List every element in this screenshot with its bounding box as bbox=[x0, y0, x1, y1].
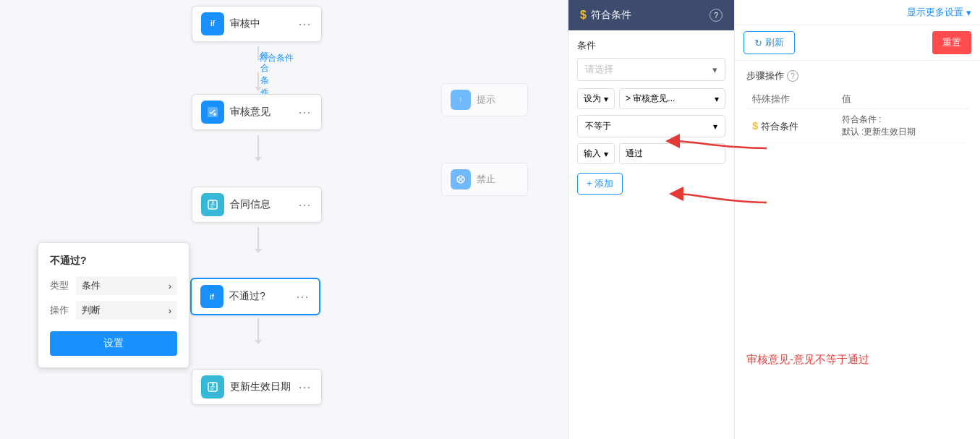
canvas-area: if 审核中 ⋯ 符合条件 审核意见 ⋯ bbox=[0, 0, 568, 439]
popup-title: 不通过? bbox=[50, 255, 177, 268]
node-menu-yijian[interactable]: ⋯ bbox=[297, 104, 312, 120]
info-panel-top: 显示更多设置 ▾ bbox=[735, 0, 980, 25]
popup-action-row: 操作 判断 › bbox=[50, 301, 177, 320]
table-header-op: 特殊操作 bbox=[746, 90, 836, 109]
conditions-header-title: $ 符合条件 bbox=[580, 9, 631, 22]
table-value-line2: 默认 :更新生效日期 bbox=[842, 126, 963, 138]
node-butonguo[interactable]: if 不通过? ⋯ bbox=[190, 278, 320, 315]
node-icon-if: if bbox=[201, 12, 224, 35]
row1-left-select[interactable]: 设为 ▾ bbox=[577, 88, 615, 109]
reset-btn[interactable]: 重置 bbox=[932, 31, 971, 54]
table-cell-operation: $ 符合条件 bbox=[746, 109, 836, 143]
condition-row-1: 设为 ▾ > 审核意见... ▾ bbox=[577, 88, 725, 109]
node-menu-shenhezhong[interactable]: ⋯ bbox=[297, 16, 312, 32]
step-badge: $ bbox=[752, 119, 758, 132]
node-title-shenhezhong: 审核中 bbox=[230, 17, 297, 30]
table-header-val: 值 bbox=[836, 90, 968, 109]
row3-right-text: 通过 bbox=[626, 148, 643, 160]
table-row: $ 符合条件 符合条件 : 默认 :更新生效日期 bbox=[746, 109, 968, 143]
node-menu-hetong[interactable]: ⋯ bbox=[297, 197, 312, 213]
hint-icon-jingzhi bbox=[451, 169, 471, 189]
chevron-down-icon3: ▾ bbox=[715, 94, 719, 104]
node-menu-butonguo[interactable]: ⋯ bbox=[294, 289, 310, 304]
node-title-gengxin: 更新生效日期 bbox=[230, 380, 297, 393]
refresh-label: 刷新 bbox=[765, 36, 784, 49]
node-icon-edit bbox=[201, 101, 224, 124]
node-icon-hetong bbox=[201, 193, 224, 216]
node-title-yijian: 审核意见 bbox=[230, 106, 297, 119]
row2-value: 不等于 bbox=[585, 120, 611, 132]
table-cell-value: 符合条件 : 默认 :更新生效日期 bbox=[836, 109, 968, 143]
refresh-icon: ↻ bbox=[754, 38, 762, 48]
chevron-right-icon: › bbox=[169, 281, 171, 291]
condition-placeholder-select[interactable]: 请选择 ▾ bbox=[577, 58, 725, 81]
chevron-right-icon2: › bbox=[169, 305, 171, 316]
hint-label-tishi: 提示 bbox=[477, 93, 495, 106]
show-more-text: 显示更多设置 bbox=[907, 6, 963, 19]
node-icon-butonguo: if bbox=[200, 285, 223, 308]
steps-title: 步骤操作 ? bbox=[746, 69, 968, 82]
hint-node-jingzhi: 禁止 bbox=[441, 163, 528, 196]
steps-help-icon[interactable]: ? bbox=[787, 70, 798, 82]
node-gengxin[interactable]: 更新生效日期 ⋯ bbox=[192, 369, 322, 405]
node-shenhezhong[interactable]: if 审核中 ⋯ bbox=[192, 6, 322, 42]
node-icon-gengxin bbox=[201, 375, 224, 398]
chevron-down-icon4: ▾ bbox=[713, 122, 717, 132]
annotation-text: 审核意见-意见不等于通过 bbox=[746, 353, 869, 367]
popup-action-label: 操作 bbox=[50, 304, 76, 317]
steps-title-text: 步骤操作 bbox=[746, 69, 784, 82]
row1-right-value[interactable]: > 审核意见... ▾ bbox=[619, 88, 725, 109]
steps-table: 特殊操作 值 $ 符合条件 符合条件 : 默认 :更新生效日期 bbox=[746, 90, 968, 143]
row3-right-value[interactable]: 通过 bbox=[619, 143, 725, 164]
popup-type-label: 类型 bbox=[50, 279, 76, 292]
refresh-btn[interactable]: ↻ 刷新 bbox=[743, 31, 795, 54]
steps-section: 步骤操作 ? 特殊操作 值 $ 符合条件 符合条件 : 默认 :更 bbox=[735, 61, 980, 152]
row3-left-label: 输入 bbox=[584, 148, 601, 160]
chevron-down-icon6: ▾ bbox=[966, 7, 971, 18]
popup-type-value[interactable]: 条件 › bbox=[76, 276, 177, 295]
row1-right-text: > 审核意见... bbox=[626, 93, 675, 105]
node-title-hetong: 合同信息 bbox=[230, 198, 297, 211]
chevron-down-icon5: ▾ bbox=[604, 149, 608, 159]
step-op-label: 符合条件 bbox=[761, 121, 798, 132]
info-panel: 显示更多设置 ▾ ↻ 刷新 重置 步骤操作 ? 特殊操作 值 bbox=[734, 0, 980, 439]
condition-link-label: 符合条件 bbox=[259, 52, 294, 64]
row1-left-label: 设为 bbox=[584, 93, 601, 105]
row3-left-select[interactable]: 输入 ▾ bbox=[577, 143, 615, 164]
svg-point-1 bbox=[213, 113, 216, 116]
placeholder-text: 请选择 bbox=[585, 63, 613, 76]
node-hetong[interactable]: 合同信息 ⋯ bbox=[192, 187, 322, 223]
hint-icon-tishi: ! bbox=[451, 90, 471, 110]
node-yijian[interactable]: 审核意见 ⋯ bbox=[192, 94, 322, 130]
dollar-icon: $ bbox=[580, 9, 587, 22]
condition-section-label: 条件 bbox=[577, 39, 725, 52]
hint-label-jingzhi: 禁止 bbox=[477, 173, 495, 186]
conditions-header: $ 符合条件 ? bbox=[568, 0, 734, 30]
chevron-down-icon1: ▾ bbox=[712, 64, 717, 75]
table-value-line1: 符合条件 : bbox=[842, 114, 963, 126]
add-condition-btn[interactable]: + 添加 bbox=[577, 173, 623, 195]
condition-row-2[interactable]: 不等于 ▾ bbox=[577, 115, 725, 137]
conditions-panel: $ 符合条件 ? 条件 请选择 ▾ 设为 ▾ > 审核意见... ▾ 不等于 ▾ bbox=[568, 0, 734, 439]
node-title-butonguo: 不通过? bbox=[229, 290, 294, 303]
conditions-body: 条件 请选择 ▾ 设为 ▾ > 审核意见... ▾ 不等于 ▾ 输入 bbox=[568, 30, 734, 439]
conditions-title-text: 符合条件 bbox=[591, 9, 631, 22]
popup-type-row: 类型 条件 › bbox=[50, 276, 177, 295]
help-icon[interactable]: ? bbox=[710, 9, 723, 22]
node-menu-gengxin[interactable]: ⋯ bbox=[297, 379, 312, 395]
popup-card: 不通过? 类型 条件 › 操作 判断 › 设置 bbox=[38, 242, 189, 368]
popup-setup-btn[interactable]: 设置 bbox=[50, 331, 177, 356]
show-more-link[interactable]: 显示更多设置 ▾ bbox=[907, 6, 971, 19]
condition-row-3: 输入 ▾ 通过 bbox=[577, 143, 725, 164]
chevron-down-icon2: ▾ bbox=[604, 94, 608, 104]
hint-node-tishi: ! 提示 bbox=[441, 83, 528, 116]
popup-action-value[interactable]: 判断 › bbox=[76, 301, 177, 320]
action-buttons-row: ↻ 刷新 重置 bbox=[735, 25, 980, 61]
